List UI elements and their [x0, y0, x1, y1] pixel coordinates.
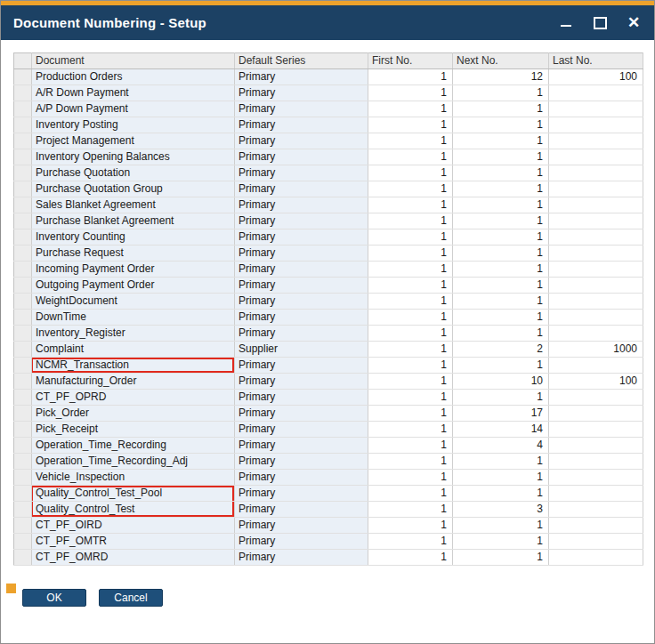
first-no-cell[interactable]: 1 — [368, 406, 453, 422]
first-no-cell[interactable]: 1 — [368, 470, 453, 486]
row-selector-cell[interactable] — [14, 518, 32, 534]
next-no-cell[interactable]: 1 — [453, 149, 549, 165]
default-series-cell[interactable]: Primary — [235, 213, 368, 229]
default-series-cell[interactable]: Primary — [235, 278, 368, 294]
next-no-cell[interactable]: 1 — [453, 197, 549, 213]
document-cell[interactable]: Outgoing Payment Order — [32, 278, 235, 294]
document-cell[interactable]: Production Orders — [32, 69, 235, 85]
row-selector-cell[interactable] — [14, 326, 32, 342]
first-no-cell[interactable]: 1 — [368, 165, 453, 181]
document-cell[interactable]: Complaint — [32, 342, 235, 358]
next-no-cell[interactable]: 1 — [453, 262, 549, 278]
ok-button[interactable]: OK — [22, 589, 86, 607]
next-no-cell[interactable]: 1 — [453, 518, 549, 534]
last-no-cell[interactable] — [549, 197, 643, 213]
last-no-cell[interactable] — [549, 117, 643, 133]
default-series-cell[interactable]: Primary — [235, 374, 368, 390]
last-no-cell[interactable] — [549, 294, 643, 310]
next-no-cell[interactable]: 1 — [453, 470, 549, 486]
last-no-cell[interactable] — [549, 213, 643, 229]
next-no-cell[interactable]: 1 — [453, 390, 549, 406]
minimize-button[interactable] — [558, 15, 574, 31]
row-selector-cell[interactable] — [14, 197, 32, 213]
last-no-cell[interactable] — [549, 229, 643, 246]
default-series-cell[interactable]: Primary — [235, 390, 368, 406]
row-selector-cell[interactable] — [14, 213, 32, 229]
default-series-cell[interactable]: Primary — [235, 406, 368, 422]
row-selector-cell[interactable] — [14, 246, 32, 262]
document-cell[interactable]: DownTime — [32, 310, 235, 326]
default-series-cell[interactable]: Primary — [235, 486, 368, 502]
first-no-cell[interactable]: 1 — [368, 246, 453, 262]
document-cell[interactable]: Inventory Opening Balances — [32, 149, 235, 165]
last-no-cell[interactable] — [549, 326, 643, 342]
last-no-cell[interactable] — [549, 165, 643, 181]
row-selector-cell[interactable] — [14, 294, 32, 310]
next-no-cell[interactable]: 12 — [453, 69, 549, 85]
next-no-cell[interactable]: 14 — [453, 422, 549, 438]
row-selector-cell[interactable] — [14, 229, 32, 246]
last-no-cell[interactable] — [549, 246, 643, 262]
document-cell[interactable]: Purchase Quotation Group — [32, 181, 235, 197]
default-series-cell[interactable]: Primary — [235, 69, 368, 85]
first-no-cell[interactable]: 1 — [368, 518, 453, 534]
first-no-cell[interactable]: 1 — [368, 278, 453, 294]
row-selector-cell[interactable] — [14, 358, 32, 374]
document-cell[interactable]: CT_PF_OPRD — [32, 390, 235, 406]
row-selector-cell[interactable] — [14, 278, 32, 294]
document-cell[interactable]: Manufacturing_Order — [32, 374, 235, 390]
document-cell[interactable]: CT_PF_OIRD — [32, 518, 235, 534]
next-no-cell[interactable]: 1 — [453, 534, 549, 550]
first-no-cell[interactable]: 1 — [368, 197, 453, 213]
last-no-cell[interactable] — [549, 518, 643, 534]
close-button[interactable]: ✕ — [626, 15, 642, 31]
default-series-cell[interactable]: Primary — [235, 422, 368, 438]
next-no-cell[interactable]: 1 — [453, 310, 549, 326]
default-series-cell[interactable]: Primary — [235, 246, 368, 262]
last-no-cell[interactable] — [549, 133, 643, 149]
row-selector-cell[interactable] — [14, 470, 32, 486]
last-no-cell[interactable] — [549, 470, 643, 486]
row-selector-cell[interactable] — [14, 406, 32, 422]
document-cell[interactable]: Pick_Receipt — [32, 422, 235, 438]
document-cell[interactable]: Sales Blanket Agreement — [32, 197, 235, 213]
document-cell[interactable]: CT_PF_OMRD — [32, 550, 235, 566]
first-no-cell[interactable]: 1 — [368, 294, 453, 310]
next-no-cell[interactable]: 1 — [453, 246, 549, 262]
default-series-cell[interactable]: Primary — [235, 550, 368, 566]
first-no-cell[interactable]: 1 — [368, 262, 453, 278]
next-no-cell[interactable]: 1 — [453, 454, 549, 470]
first-no-cell[interactable]: 1 — [368, 326, 453, 342]
document-cell[interactable]: Quality_Control_Test — [32, 502, 235, 518]
last-no-cell[interactable]: 1000 — [549, 342, 643, 358]
document-cell[interactable]: Incoming Payment Order — [32, 262, 235, 278]
first-no-cell[interactable]: 1 — [368, 85, 453, 101]
last-no-cell[interactable] — [549, 101, 643, 117]
row-selector-cell[interactable] — [14, 165, 32, 181]
first-no-cell[interactable]: 1 — [368, 342, 453, 358]
row-selector-cell[interactable] — [14, 422, 32, 438]
first-no-cell[interactable]: 1 — [368, 502, 453, 518]
document-cell[interactable]: Pick_Order — [32, 406, 235, 422]
row-selector-cell[interactable] — [14, 502, 32, 518]
row-selector-cell[interactable] — [14, 149, 32, 165]
next-no-cell[interactable]: 1 — [453, 213, 549, 229]
last-no-cell[interactable] — [549, 438, 643, 454]
next-no-cell[interactable]: 1 — [453, 133, 549, 149]
first-no-cell[interactable]: 1 — [368, 534, 453, 550]
default-series-cell[interactable]: Primary — [235, 454, 368, 470]
maximize-button[interactable] — [592, 15, 608, 31]
next-no-cell[interactable]: 1 — [453, 85, 549, 101]
last-no-cell[interactable] — [549, 454, 643, 470]
default-series-cell[interactable]: Primary — [235, 149, 368, 165]
next-no-cell[interactable]: 1 — [453, 550, 549, 566]
default-series-cell[interactable]: Primary — [235, 502, 368, 518]
document-cell[interactable]: Purchase Request — [32, 246, 235, 262]
first-no-cell[interactable]: 1 — [368, 422, 453, 438]
next-no-cell[interactable]: 1 — [453, 181, 549, 197]
next-no-cell[interactable]: 1 — [453, 165, 549, 181]
row-selector-cell[interactable] — [14, 262, 32, 278]
document-cell[interactable]: Quality_Control_Test_Pool — [32, 486, 235, 502]
row-selector-cell[interactable] — [14, 310, 32, 326]
row-selector-cell[interactable] — [14, 117, 32, 133]
